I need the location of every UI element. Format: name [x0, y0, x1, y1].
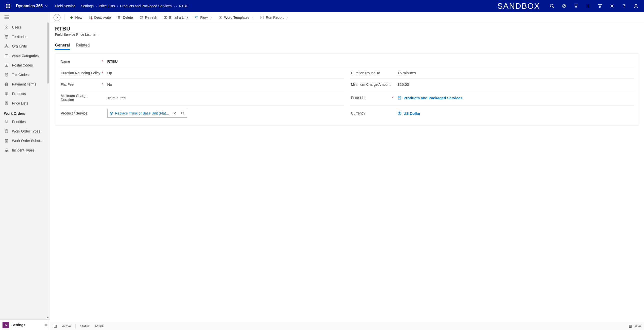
chevron-right-icon: › ›	[174, 4, 177, 8]
word-templates-button[interactable]: Word Templates⌄	[216, 14, 256, 21]
field-minimum-charge-amount[interactable]: Minimum Charge Amount $25.00	[350, 79, 634, 90]
search-button[interactable]	[546, 0, 558, 12]
products-icon	[4, 91, 9, 96]
field-label: Duration Round To	[351, 71, 391, 75]
app-launcher-button[interactable]	[2, 0, 14, 12]
breadcrumb-item[interactable]: RTBU	[179, 4, 188, 8]
sidebar-list: ▴ Users Territories Org Units Asset Cate…	[0, 22, 50, 320]
product-icon	[110, 111, 114, 115]
plus-icon	[69, 15, 74, 20]
svg-rect-3	[6, 6, 7, 6]
assistant-button[interactable]	[570, 0, 582, 12]
required-icon: *	[392, 96, 396, 100]
sidebar-toggle-button[interactable]	[0, 12, 50, 22]
sidebar-item-label: Tax Codes	[12, 73, 28, 77]
run-report-button[interactable]: Run Report⌄	[257, 14, 291, 21]
field-flat-fee[interactable]: Flat Fee * No	[60, 79, 344, 90]
priority-icon	[4, 119, 9, 124]
account-button[interactable]	[630, 0, 642, 12]
chevron-right-icon: ›	[96, 4, 97, 8]
warning-icon	[4, 148, 9, 153]
refresh-button[interactable]: Refresh	[136, 14, 160, 21]
lookup-search-button[interactable]	[180, 110, 186, 116]
field-value: No	[107, 82, 343, 86]
svg-rect-26	[5, 55, 8, 57]
clear-lookup-button[interactable]	[172, 110, 178, 116]
breadcrumb: Settings › Price Lists › Products and Pa…	[81, 4, 188, 8]
sidebar-item-label: Users	[12, 25, 21, 29]
report-icon	[260, 15, 264, 20]
svg-rect-7	[8, 7, 8, 8]
svg-rect-44	[219, 16, 222, 19]
save-label: Save	[634, 324, 641, 328]
svg-rect-6	[6, 7, 7, 8]
sidebar-item-work-order-types[interactable]: Work Order Types	[0, 126, 50, 136]
email-link-button[interactable]: Email a Link	[161, 14, 191, 21]
tax-icon	[4, 72, 9, 77]
sidebar-item-label: Work Order Types	[12, 129, 40, 133]
lookup-value[interactable]: Products and Packaged Services	[398, 96, 633, 100]
settings-button[interactable]	[606, 0, 618, 12]
sidebar-item-territories[interactable]: Territories	[0, 32, 50, 42]
breadcrumb-item[interactable]: Settings	[81, 4, 94, 8]
sidebar-item-label: Incident Types	[12, 148, 34, 152]
svg-rect-5	[9, 6, 10, 6]
scrollbar-thumb[interactable]	[47, 22, 49, 84]
word-icon	[218, 15, 223, 20]
field-value: $25.00	[398, 82, 633, 86]
field-product-service[interactable]: Product / Service Replace Trunk or Base …	[60, 106, 344, 121]
field-currency[interactable]: Currency US Dollar	[350, 106, 634, 121]
svg-rect-0	[6, 4, 7, 5]
deactivate-button[interactable]: Deactivate	[86, 14, 113, 21]
sidebar-item-users[interactable]: Users	[0, 22, 50, 32]
tab-related[interactable]: Related	[76, 42, 90, 50]
field-name[interactable]: Name * RTBU	[60, 56, 634, 67]
field-duration-rounding-policy[interactable]: Duration Rounding Policy * Up	[60, 67, 344, 79]
save-button[interactable]: Save	[628, 324, 641, 328]
sidebar-item-org-units[interactable]: Org Units	[0, 42, 50, 51]
cmd-label: Deactivate	[94, 16, 111, 20]
svg-point-17	[635, 4, 637, 6]
status-value: Active	[95, 324, 104, 328]
tab-general[interactable]: General	[55, 42, 70, 50]
delete-button[interactable]: Delete	[114, 14, 135, 21]
sidebar-item-tax-codes[interactable]: Tax Codes	[0, 70, 50, 80]
breadcrumb-item[interactable]: Products and Packaged Services	[120, 4, 172, 8]
brand-switcher[interactable]: Dynamics 365	[14, 4, 50, 8]
clipboard-icon	[4, 129, 9, 134]
field-price-list[interactable]: Price List * Products and Packaged Servi…	[350, 90, 634, 106]
app-area-link[interactable]: Field Service	[53, 4, 78, 8]
advanced-find-button[interactable]	[594, 0, 606, 12]
flow-button[interactable]: Flow⌄	[192, 14, 215, 21]
popout-button[interactable]	[53, 324, 58, 328]
sidebar-item-asset-categories[interactable]: Asset Categories	[0, 51, 50, 60]
sidebar-item-label: Payment Terms	[12, 82, 36, 86]
new-button[interactable]: New	[67, 14, 85, 21]
field-duration-round-to[interactable]: Duration Round To 15 minutes	[350, 67, 634, 79]
sidebar-item-price-lists[interactable]: Price Lists	[0, 98, 50, 108]
breadcrumb-item[interactable]: Price Lists	[99, 4, 115, 8]
sidebar-item-priorities[interactable]: Priorities	[0, 117, 50, 126]
sidebar-item-work-order-subst[interactable]: Work Order Subst…	[0, 136, 50, 146]
lookup-input[interactable]: Replace Trunk or Base Unit (Flat H…	[107, 109, 187, 118]
area-switcher[interactable]: S Settings	[0, 320, 50, 330]
lookup-value[interactable]: US Dollar	[398, 111, 633, 116]
area-badge: S	[2, 322, 9, 328]
quick-create-button[interactable]	[582, 0, 594, 12]
field-label: Flat Fee	[61, 82, 101, 86]
field-minimum-charge-duration[interactable]: Minimum Charge Duration 15 minutes	[60, 90, 344, 106]
sidebar-item-postal-codes[interactable]: Postal Codes	[0, 60, 50, 70]
cmd-label: Email a Link	[169, 16, 188, 20]
sidebar-item-incident-types[interactable]: Incident Types	[0, 146, 50, 155]
svg-point-16	[624, 7, 624, 8]
task-flow-button[interactable]	[558, 0, 570, 12]
sidebar-item-products[interactable]: Products	[0, 89, 50, 98]
svg-point-52	[182, 112, 184, 114]
sidebar-item-payment-terms[interactable]: Payment Terms	[0, 80, 50, 89]
help-button[interactable]	[618, 0, 630, 12]
scroll-down-arrow-icon[interactable]: ▾	[47, 316, 48, 319]
svg-rect-39	[89, 16, 92, 19]
org-icon	[4, 44, 9, 49]
cmd-label: New	[75, 16, 82, 20]
go-back-button[interactable]	[54, 14, 60, 21]
